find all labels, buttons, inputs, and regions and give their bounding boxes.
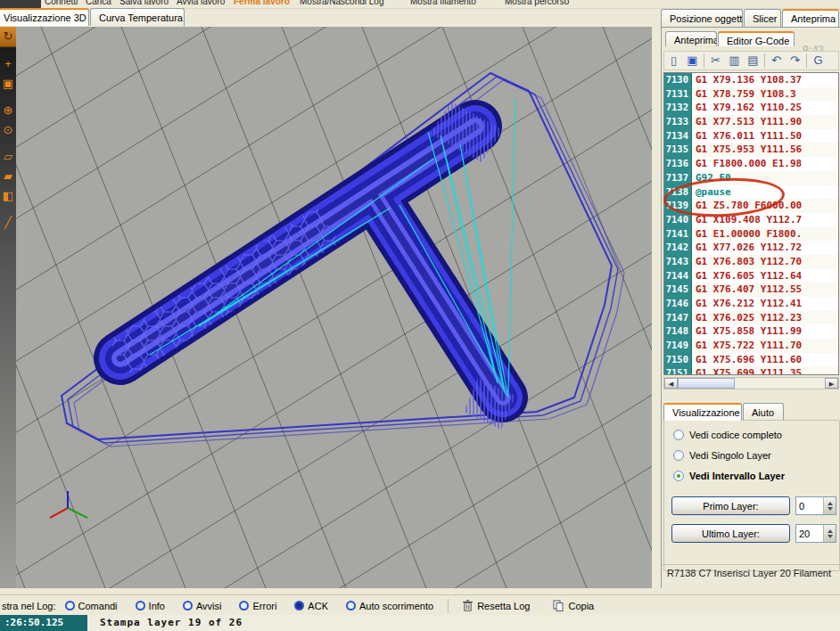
spinner-arrows-icon[interactable] (823, 497, 836, 514)
move-object-tool-icon[interactable]: ▣ (0, 74, 16, 94)
zoom-in-tool-icon[interactable]: ⊕ (0, 101, 16, 120)
gcode-line[interactable]: 7150 G1 X75.696 Y111.60 (664, 353, 838, 367)
gcode-line-text: G1 X78.759 Y108.3 (692, 87, 838, 102)
primo-layer-input[interactable]: 0 (795, 496, 836, 515)
gcode-line-number: 7133 (664, 115, 692, 129)
ultimo-layer-button[interactable]: Ultimo Layer: (671, 524, 790, 543)
tab-slicer[interactable]: Slicer (744, 9, 781, 27)
print-status-message: Stampa layer 19 of 26 (87, 615, 243, 631)
gcode-line[interactable]: 7143 G1 X76.803 Y112.70 (664, 255, 838, 269)
gcode-line[interactable]: 7136 G1 F1800.000 E1.98 (664, 157, 838, 171)
view-front-icon[interactable]: ▰ (0, 167, 16, 186)
scroll-left-arrow-icon[interactable]: ◀ (664, 378, 678, 389)
log-filter-toggle[interactable]: Info (136, 601, 165, 611)
save-icon[interactable]: ▣ (683, 52, 702, 70)
radio-vedi-intervallo-layer[interactable]: Vedi Intervallo Layer (673, 471, 785, 481)
gcode-line-number: 7136 (664, 157, 692, 171)
gcode-line-number: 7142 (664, 241, 692, 255)
log-filter-toggle[interactable]: Comandi (65, 601, 118, 611)
radio-vedi-singolo-layer[interactable]: Vedi Singolo Layer (673, 450, 771, 461)
copy-log-button[interactable]: Copia (553, 600, 594, 611)
zoom-tool-icon[interactable]: ⊙ (0, 120, 16, 140)
menu-item[interactable]: Ferma lavoro (234, 0, 290, 6)
paste-icon[interactable]: ▤ (744, 52, 762, 70)
menu-icon-strip (0, 0, 41, 8)
view-toolbar: ↻ + ▣ ⊕ ⊙ ▱ ▰ ◧ ╱ (0, 27, 16, 588)
gcode-line[interactable]: 7132 G1 X79.162 Y110.25 (664, 101, 838, 115)
gcode-line[interactable]: 7134 G1 X76.011 Y111.50 (664, 129, 838, 143)
gcode-line[interactable]: 7144 G1 X76.605 Y112.64 (664, 269, 838, 283)
menu-item[interactable]: Avvia lavoro (177, 0, 225, 6)
pan-tool-icon[interactable]: + (0, 54, 16, 74)
tab-posizione-oggetto[interactable]: Posizione oggetto (661, 9, 743, 27)
tab-anteprima[interactable]: Anteprima (782, 9, 839, 27)
toggle-label: ACK (308, 601, 328, 611)
copy-icon[interactable]: ▥ (725, 52, 744, 70)
scrollbar-thumb[interactable] (678, 378, 735, 389)
gcode-line-number: 7134 (664, 129, 692, 143)
copy-icon (553, 600, 564, 611)
gcode-line[interactable]: 7141 G1 E1.00000 F1800. (664, 227, 838, 242)
view-iso-icon[interactable]: ◧ (0, 186, 16, 206)
gcode-line[interactable]: 7131 G1 X78.759 Y108.3 (664, 87, 838, 102)
gcode-line-number: 7140 (664, 213, 692, 227)
redo-icon[interactable]: ↷ (786, 52, 804, 70)
log-filter-toggle[interactable]: ACK (294, 601, 328, 611)
viewport-3d[interactable] (16, 27, 652, 588)
view-top-icon[interactable]: ▱ (0, 147, 16, 167)
gcode-line[interactable]: 7149 G1 X75.722 Y111.70 (664, 339, 838, 353)
menu-item[interactable]: Mostra percorso (505, 0, 569, 6)
tab-visualizzazione[interactable]: Visualizzazione (663, 403, 742, 421)
gcode-line[interactable]: 7145 G1 X76.407 Y112.55 (664, 283, 838, 297)
log-filter-toggle[interactable]: Auto scorrimento (346, 601, 433, 611)
view-options-group: Vedi codice completo Vedi Singolo Layer … (663, 420, 840, 571)
right-panel-tab-bar: Posizione oggetto Slicer Anteprima (661, 9, 840, 27)
radio-vedi-codice-completo[interactable]: Vedi codice completo (673, 430, 782, 440)
gcode-line[interactable]: 7133 G1 X77.513 Y111.90 (664, 115, 838, 129)
new-file-icon[interactable]: ▯ (664, 52, 683, 70)
gcode-line[interactable]: 7130 G1 X79.136 Y108.37 (664, 73, 838, 87)
gcode-line-text: G1 X75.699 Y111.35 (692, 366, 838, 375)
measure-tool-icon[interactable]: ╱ (0, 213, 16, 233)
reset-log-button[interactable]: Resetta Log (463, 600, 530, 611)
menu-item[interactable]: Salva lavoro (119, 0, 169, 6)
gcode-line[interactable]: 7147 G1 X76.025 Y112.23 (664, 311, 838, 325)
cut-icon[interactable]: ✂ (706, 52, 725, 70)
scroll-right-arrow-icon[interactable]: ▶ (825, 378, 838, 389)
gcode-line[interactable]: 7146 G1 X76.212 Y112.41 (664, 297, 838, 311)
toggle-led-icon (183, 601, 193, 611)
editor-hscrollbar[interactable]: ◀ ▶ (663, 377, 839, 389)
gcode-line[interactable]: 7135 G1 X75.953 Y111.56 (664, 143, 838, 157)
ultimo-layer-input[interactable]: 20 (795, 524, 836, 543)
gcode-line-number: 7145 (664, 283, 692, 297)
menu-item[interactable]: Carica (86, 0, 111, 6)
log-toggles: Comandi Info Avvisi Errori (65, 601, 434, 611)
undo-icon[interactable]: ↶ (767, 52, 786, 70)
scrollbar-track[interactable] (735, 378, 825, 389)
gcode-line-number: 7130 (664, 73, 692, 87)
subtab-anteprima[interactable]: Anteprima (665, 31, 717, 46)
toggle-label: Auto scorrimento (359, 601, 433, 611)
gcode-line-text: G1 X79.162 Y110.25 (692, 101, 838, 115)
log-filter-toggle[interactable]: Errori (239, 601, 276, 611)
log-filter-toggle[interactable]: Avvisi (183, 601, 222, 611)
spinner-arrows-icon[interactable] (823, 525, 836, 542)
primo-layer-button[interactable]: Primo Layer: (671, 496, 790, 515)
menu-item[interactable]: Connetti (45, 0, 78, 6)
tab-curva-temperatura[interactable]: Curva Temperatura (90, 8, 185, 26)
gcode-editor[interactable]: 7130 G1 X79.136 Y108.37 7131 G1 X78.759 … (663, 72, 839, 375)
tab-visualizzazione-3d[interactable]: Visualizzazione 3D (0, 8, 89, 26)
tab-aiuto[interactable]: Aiuto (743, 403, 784, 421)
gcode-line-text: G1 X77.026 Y112.72 (692, 241, 838, 255)
toggle-label: Errori (252, 601, 276, 611)
menu-item[interactable]: Mostra filamento (410, 0, 476, 6)
gcode-line-text: G1 E1.00000 F1800. (692, 227, 838, 242)
subtab-editor-gcode[interactable]: Editor G-Code (718, 31, 795, 46)
gcode-line[interactable]: 7142 G1 X77.026 Y112.72 (664, 241, 838, 255)
gcode-line[interactable]: 7151 G1 X75.699 Y111.35 (664, 366, 838, 375)
gcode-line[interactable]: 7148 G1 X75.858 Y111.99 (664, 324, 838, 339)
gcode-icon[interactable]: G (809, 52, 828, 70)
rotate-tool-icon[interactable]: ↻ (0, 27, 16, 47)
menu-item[interactable]: Mostra/Nascondi Log (300, 0, 384, 6)
toggle-led-icon (65, 601, 75, 611)
